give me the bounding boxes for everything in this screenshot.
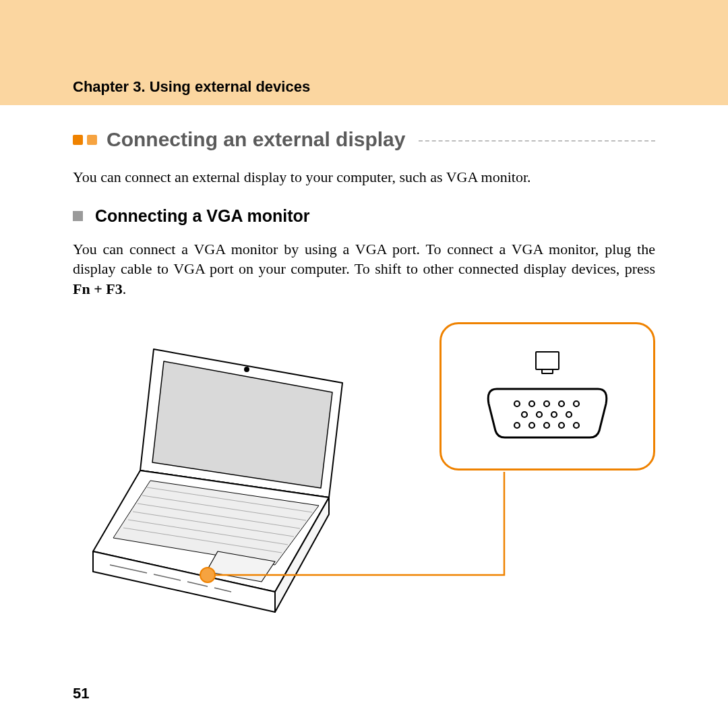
svg-point-27	[566, 412, 572, 417]
page-content: Connecting an external display You can c…	[0, 105, 728, 653]
monitor-icon	[535, 351, 559, 370]
figure	[73, 322, 655, 653]
svg-point-23	[574, 401, 579, 406]
callout-inner	[442, 324, 653, 468]
orange-square-icon	[87, 135, 97, 145]
svg-point-25	[537, 412, 542, 417]
svg-point-30	[544, 423, 549, 428]
body-text: You can connect a VGA monitor by using a…	[73, 241, 655, 278]
vga-port-icon	[483, 384, 611, 442]
header-band: Chapter 3. Using external devices	[0, 0, 728, 105]
subsection-heading-row: Connecting a VGA monitor	[73, 206, 655, 226]
svg-point-19	[514, 401, 520, 406]
body-paragraph: You can connect a VGA monitor by using a…	[73, 239, 655, 299]
svg-point-20	[529, 401, 535, 406]
callout-box	[439, 322, 655, 471]
body-text-tail: .	[123, 280, 127, 297]
manual-page: Chapter 3. Using external devices Connec…	[0, 0, 728, 728]
svg-point-26	[551, 412, 557, 417]
laptop-illustration	[73, 342, 396, 632]
orange-square-icon	[73, 135, 83, 145]
svg-point-24	[522, 412, 527, 417]
svg-point-32	[574, 423, 579, 428]
intro-paragraph: You can connect an external display to y…	[73, 167, 655, 187]
grey-square-icon	[73, 211, 83, 221]
subsection-heading: Connecting a VGA monitor	[95, 206, 310, 226]
svg-point-28	[514, 423, 520, 428]
svg-point-21	[544, 401, 549, 406]
page-number: 51	[73, 685, 89, 702]
svg-point-2	[245, 367, 249, 371]
shortcut-key: Fn + F3	[73, 280, 123, 297]
svg-point-31	[559, 423, 564, 428]
section-heading: Connecting an external display	[107, 128, 405, 151]
heading-rule	[419, 140, 655, 142]
svg-point-29	[529, 423, 535, 428]
svg-point-22	[559, 401, 564, 406]
section-heading-row: Connecting an external display	[73, 128, 655, 151]
chapter-title: Chapter 3. Using external devices	[73, 78, 310, 96]
